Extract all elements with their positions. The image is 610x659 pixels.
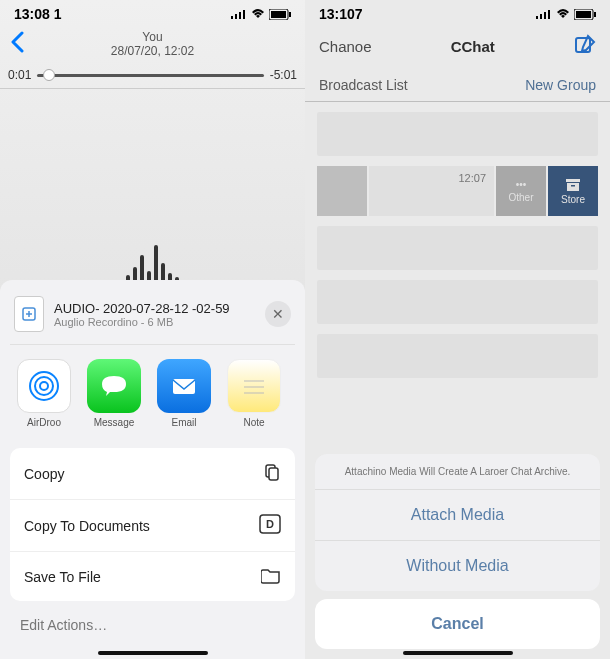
app-label: Note [243,417,264,428]
app-messages[interactable]: Message [86,359,142,428]
svg-rect-0 [231,16,233,19]
status-bar: 13:08 1 [0,0,305,24]
chat-item[interactable] [317,112,598,156]
dimmed-background: 13:107 Chanoe CChat Broadcast List New G… [305,0,610,378]
cancel-button[interactable]: Cancel [315,599,600,649]
svg-rect-29 [571,185,575,187]
scrubber-track[interactable] [37,74,263,77]
notes-icon [227,359,281,413]
svg-rect-24 [576,11,591,18]
chat-item[interactable] [317,226,598,270]
app-email[interactable]: Email [156,359,212,428]
edit-link[interactable]: Chanoe [319,38,372,55]
right-screen: 13:107 Chanoe CChat Broadcast List New G… [305,0,610,659]
signal-icon [231,9,247,19]
archive-icon [565,178,581,192]
airdrop-icon [17,359,71,413]
svg-rect-27 [566,179,580,182]
chats-nav: Chanoe CChat [305,24,610,69]
file-name: AUDIO- 2020-07-28-12 -02-59 [54,301,255,316]
action-label: Coopy [24,466,64,482]
without-media-button[interactable]: Without Media [315,541,600,591]
email-icon [157,359,211,413]
save-to-file-action[interactable]: Save To File [10,552,295,601]
svg-rect-21 [544,12,546,19]
home-indicator[interactable] [98,651,208,655]
svg-rect-6 [289,12,291,17]
home-indicator[interactable] [403,651,513,655]
svg-rect-25 [594,12,596,17]
close-button[interactable]: ✕ [265,301,291,327]
scrubber-knob[interactable] [43,69,55,81]
edit-actions-link[interactable]: Edit Actions… [10,601,295,639]
remaining-time: -5:01 [270,68,297,82]
action-sheet-options: Attachino Media Will Create A Laroer Cha… [315,454,600,591]
document-icon [14,296,44,332]
new-group-link[interactable]: New Group [525,77,596,93]
action-sheet: Attachino Media Will Create A Laroer Cha… [305,454,610,659]
swipe-label: Other [508,192,533,203]
sheet-message: Attachino Media Will Create A Laroer Cha… [315,454,600,490]
svg-rect-1 [235,14,237,19]
svg-rect-16 [269,468,278,480]
svg-rect-5 [271,11,286,18]
svg-rect-19 [536,16,538,19]
app-airdrop[interactable]: AirDroo [16,359,72,428]
share-apps-row[interactable]: AirDroo Message Email Note [10,345,295,442]
svg-rect-2 [239,12,241,19]
chat-item-swiped[interactable]: 12:07 ••• Other Store [317,166,598,216]
svg-rect-28 [567,183,579,191]
nav-header: You 28/07/20, 12:02 [0,24,305,64]
chat-timestamp: 12:07 [458,172,486,184]
wifi-icon [556,9,570,19]
waveform-icon [126,235,179,285]
swipe-label: Store [561,194,585,205]
battery-icon [574,9,596,20]
attach-media-button[interactable]: Attach Media [315,490,600,541]
nav-title: You [111,30,194,44]
file-meta: Auglio Recordino - 6 MB [54,316,255,328]
app-label: Email [171,417,196,428]
status-time: 13:107 [319,6,363,22]
nav-title-block: You 28/07/20, 12:02 [111,30,194,58]
messages-icon [87,359,141,413]
battery-icon [269,9,291,20]
app-label: Message [94,417,135,428]
status-time: 13:08 1 [14,6,61,22]
chat-body[interactable]: 12:07 [369,166,494,216]
signal-icon [536,9,552,19]
action-label: Save To File [24,569,101,585]
copy-action[interactable]: Coopy [10,448,295,500]
chat-avatar [317,166,367,216]
status-indicators [536,9,596,20]
wifi-icon [251,9,265,19]
chevron-left-icon [10,31,24,53]
sheet-header: AUDIO- 2020-07-28-12 -02-59 Auglio Recor… [10,290,295,345]
back-button[interactable] [10,29,24,60]
chats-subnav: Broadcast List New Group [305,69,610,102]
compose-button[interactable] [574,34,596,59]
folder-icon [261,566,281,587]
svg-rect-20 [540,14,542,19]
left-screen: 13:08 1 You 28/07/20, 12:02 0:01 -5:01 [0,0,305,659]
svg-point-9 [35,377,53,395]
swipe-more-button[interactable]: ••• Other [496,166,546,216]
swipe-archive-button[interactable]: Store [548,166,598,216]
chat-item[interactable] [317,334,598,378]
nav-subtitle: 28/07/20, 12:02 [111,44,194,58]
compose-icon [574,34,596,56]
action-list: Coopy Copy To Documents D Save To File [10,448,295,601]
broadcast-lists-link[interactable]: Broadcast List [319,77,408,93]
elapsed-time: 0:01 [8,68,31,82]
sheet-title-block: AUDIO- 2020-07-28-12 -02-59 Auglio Recor… [54,301,255,328]
app-label: AirDroo [27,417,61,428]
copy-to-documents-action[interactable]: Copy To Documents D [10,500,295,552]
nav-title: CChat [451,38,495,55]
chat-item[interactable] [317,280,598,324]
action-label: Copy To Documents [24,518,150,534]
documents-icon: D [259,514,281,537]
app-notes[interactable]: Note [226,359,282,428]
svg-rect-11 [173,379,195,394]
close-icon: ✕ [272,306,284,322]
share-sheet: AUDIO- 2020-07-28-12 -02-59 Auglio Recor… [0,280,305,659]
